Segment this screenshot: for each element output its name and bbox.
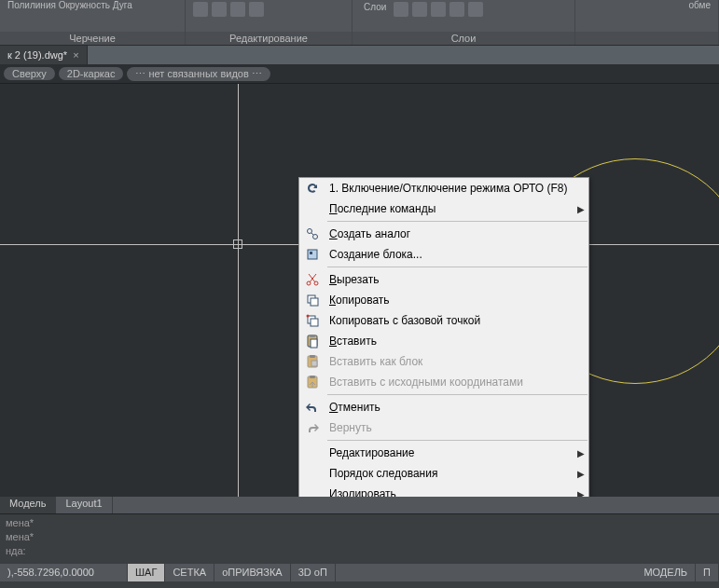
copybase-icon (305, 313, 320, 328)
block-icon (305, 247, 320, 262)
model-tabs: Модель Layout1 (0, 497, 719, 513)
menu-item[interactable]: 1. Включение/Отключение режима ОРТО (F8) (299, 178, 588, 198)
menu-item[interactable]: Отменить (299, 397, 588, 417)
tab-layout[interactable]: Layout1 (56, 497, 112, 513)
menu-item-label: 1. Включение/Отключение режима ОРТО (F8) (325, 182, 574, 195)
menu-item-label: Последние команды (325, 202, 574, 215)
context-menu: 1. Включение/Отключение режима ОРТО (F8)… (298, 177, 589, 497)
svg-rect-18 (310, 376, 315, 378)
svg-rect-15 (310, 355, 315, 358)
tab-model[interactable]: Модель (0, 497, 56, 513)
menu-separator (327, 394, 588, 395)
pasteblk-icon (305, 354, 320, 369)
ribbon-group-label (575, 32, 718, 45)
crosshair-vertical (238, 84, 239, 497)
undo-icon (305, 400, 320, 415)
menu-item-label: Порядок следования (325, 467, 574, 480)
menu-item-label: Вставить (325, 335, 574, 348)
menu-item[interactable]: Последние команды▶ (299, 198, 588, 219)
menu-item-label: Редактирование (325, 446, 574, 459)
cmd-history-line: мена* (6, 516, 713, 530)
menu-item-label: Вырезать (325, 273, 574, 286)
cmd-prompt: нда: (6, 544, 713, 558)
menu-item-label: Вставить как блок (325, 355, 574, 368)
svg-point-0 (308, 229, 312, 234)
copy-icon (305, 293, 320, 308)
menu-item[interactable]: Копировать с базовой точкой (299, 310, 588, 331)
menu-item[interactable]: Создание блока... (299, 244, 588, 265)
repeat-icon (305, 181, 320, 196)
svg-rect-13 (311, 339, 317, 348)
menu-separator (327, 267, 588, 267)
redo-icon (305, 420, 320, 435)
edit-tool-icon[interactable] (249, 2, 264, 17)
command-line[interactable]: мена* мена* нда: (0, 513, 719, 564)
status-toggle-шаг[interactable]: ШАГ (128, 564, 165, 581)
submenu-arrow-icon: ▶ (574, 448, 588, 458)
status-coords: ),-558.7296,0.0000 (0, 564, 128, 581)
menu-item[interactable]: Изолировать▶ (299, 484, 588, 497)
cmd-history-line: мена* (6, 530, 713, 544)
cut-icon (305, 272, 320, 287)
drawing-canvas[interactable]: 1. Включение/Отключение режима ОРТО (F8)… (0, 84, 719, 497)
close-icon[interactable]: × (73, 46, 78, 64)
svg-point-10 (307, 315, 310, 318)
ribbon-group-label[interactable]: Слои (353, 32, 574, 45)
submenu-arrow-icon: ▶ (574, 489, 588, 498)
menu-item-label: Копировать (325, 294, 574, 307)
menu-item-label: Создание блока... (325, 248, 574, 261)
ribbon-overflow-text: обме (579, 0, 714, 10)
status-bar: ),-558.7296,0.0000 ШАГСЕТКАоПРИВЯЗКА3D о… (0, 564, 719, 581)
cursor-pickbox (233, 239, 242, 249)
menu-item-label: Вернуть (325, 421, 574, 434)
layer-tool-icon[interactable] (449, 2, 464, 17)
pasteorig-icon (305, 375, 320, 390)
svg-rect-9 (311, 319, 318, 326)
svg-rect-16 (311, 361, 317, 366)
menu-item: Вставить с исходными координатами (299, 372, 588, 392)
analog-icon (305, 226, 320, 241)
svg-point-1 (313, 235, 318, 239)
layer-tool-icon[interactable] (394, 2, 408, 17)
layer-tool-icon[interactable] (468, 2, 483, 17)
layer-tool-icon[interactable] (412, 2, 427, 17)
edit-tool-icon[interactable] (212, 2, 227, 17)
view-tag[interactable]: 2D-каркас (59, 67, 124, 80)
menu-item[interactable]: Вырезать (299, 269, 588, 290)
view-tag[interactable]: Сверху (4, 67, 55, 80)
status-toggle-сетка[interactable]: СЕТКА (165, 564, 214, 581)
ribbon-group-label[interactable]: Редактирование (186, 32, 352, 45)
view-tag[interactable]: ⋯ нет связанных видов ⋯ (127, 67, 270, 81)
menu-item[interactable]: Копировать (299, 290, 588, 310)
menu-item-label: Вставить с исходными координатами (325, 376, 574, 389)
edit-tool-icon[interactable] (193, 2, 208, 17)
status-toggle-3d оп[interactable]: 3D оП (291, 564, 336, 581)
ribbon: Полилиния Окружность Дуга Черчение Редак… (0, 0, 719, 46)
file-tab[interactable]: к 2 (19).dwg* × (0, 46, 88, 64)
status-model[interactable]: МОДЕЛЬ (636, 564, 696, 581)
menu-item-label: Изолировать (325, 487, 574, 497)
ribbon-tools-text: Полилиния Окружность Дуга (4, 0, 181, 10)
layers-text: Слои (360, 2, 390, 12)
edit-tool-icon[interactable] (230, 2, 245, 17)
menu-item[interactable]: Порядок следования▶ (299, 463, 588, 484)
view-tag-bar: Сверху 2D-каркас ⋯ нет связанных видов ⋯ (0, 64, 719, 84)
svg-rect-12 (310, 335, 315, 337)
menu-item-label: Отменить (325, 401, 574, 414)
menu-item[interactable]: Создать аналог (299, 224, 588, 244)
layer-tool-icon[interactable] (431, 2, 446, 17)
menu-item-label: Создать аналог (325, 227, 574, 240)
submenu-arrow-icon: ▶ (574, 204, 588, 214)
file-tab-name: к 2 (19).dwg* (7, 46, 67, 64)
menu-item: Вставить как блок (299, 351, 588, 372)
file-tab-bar: к 2 (19).dwg* × (0, 46, 719, 64)
menu-item[interactable]: Вставить (299, 331, 588, 351)
svg-rect-3 (310, 252, 312, 254)
status-toggle-опривязка[interactable]: оПРИВЯЗКА (214, 564, 291, 581)
ribbon-group-label[interactable]: Черчение (0, 32, 185, 45)
menu-item-label: Копировать с базовой точкой (325, 314, 574, 327)
paste-icon (305, 334, 320, 349)
menu-separator (327, 440, 588, 441)
menu-item[interactable]: Редактирование▶ (299, 443, 588, 463)
status-right[interactable]: П (696, 564, 719, 581)
